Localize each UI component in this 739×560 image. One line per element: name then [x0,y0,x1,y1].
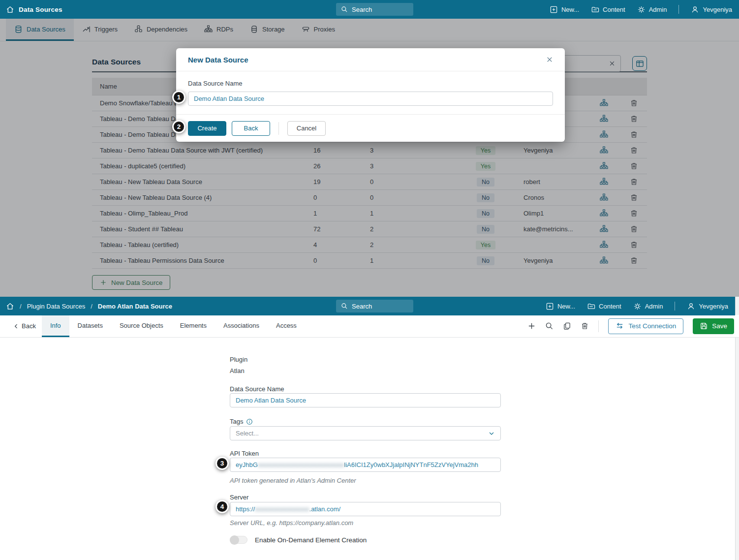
editor-tabbar: Back Info Datasets Source Objects Elemen… [0,315,739,338]
content-menu-button[interactable]: Content [587,302,621,311]
server-redacted: xxxxxxxxxxxxxxxxx [255,505,309,513]
save-label: Save [712,322,727,330]
create-button[interactable]: Create [188,121,226,136]
new-data-source-modal: New Data Source Data Source Name Create … [176,48,565,142]
on-demand-toggle-row: Enable On-Demand Element Creation [230,536,501,544]
search-icon[interactable] [545,322,554,330]
test-connection-button[interactable]: Test Connection [608,318,683,334]
bottom-navbar: / Plugin Data Sources / Demo Atlan Data … [0,297,735,315]
tab-associations[interactable]: Associations [215,315,268,337]
navbar-right: New... Content Admin Yevgeniya [546,297,728,315]
server-visible-start: https:// [236,505,255,513]
duplicate-icon[interactable] [563,322,571,330]
plugin-label: Plugin [230,356,501,363]
tags-placeholder: Select... [236,430,259,437]
tags-label-row: Tags [230,418,501,425]
toggle-knob [230,535,239,545]
data-source-editor-window: / Plugin Data Sources / Demo Atlan Data … [0,297,739,560]
user-menu-label: Yevgeniya [703,6,732,13]
search-icon [341,303,348,310]
gear-icon [633,302,642,311]
screenshot-stage: Data Sources Search New... Content Admin [0,0,739,560]
tab-label: Source Objects [120,322,163,329]
search-placeholder: Search [352,303,372,310]
new-menu-label: New... [557,303,575,310]
content-menu-label: Content [599,303,621,310]
tab-elements[interactable]: Elements [172,315,215,337]
modal-header: New Data Source [176,48,565,71]
save-icon [700,322,708,330]
breadcrumb-separator: / [20,303,22,310]
tab-label: Access [276,322,297,329]
back-button[interactable]: Back [232,121,270,136]
test-connection-label: Test Connection [628,322,676,330]
user-menu-button[interactable]: Yevgeniya [691,5,732,14]
content-menu-button[interactable]: Content [591,5,625,14]
folder-icon [587,302,595,311]
modal-footer: Create Back Cancel [176,114,565,142]
navbar-left: Data Sources [0,5,62,14]
chevron-left-icon [13,323,20,330]
breadcrumb-plugin-data-sources[interactable]: Plugin Data Sources [27,303,86,310]
breadcrumb-current: Demo Atlan Data Source [98,303,172,310]
home-icon[interactable] [6,302,14,311]
tags-select[interactable]: Select... [230,426,501,440]
home-icon[interactable] [6,5,14,14]
tab-datasets[interactable]: Datasets [69,315,111,337]
folder-icon [591,5,599,14]
server-help: Server URL, e.g. https://company.atlan.c… [230,519,501,527]
info-icon[interactable] [246,418,253,425]
search-placeholder: Search [352,6,372,13]
data-source-name-input[interactable] [188,92,553,106]
breadcrumb: / Plugin Data Sources / Demo Atlan Data … [0,302,172,311]
add-icon[interactable] [527,322,536,330]
token-redacted: xxxxxxxxxxxxxxxxxxxxxxxxxxx [258,461,344,468]
top-navbar: Data Sources Search New... Content Admin [0,0,739,19]
tab-label: Elements [180,322,207,329]
user-menu-label: Yevgeniya [699,303,728,310]
tab-access[interactable]: Access [268,315,305,337]
back-link[interactable]: Back [7,315,42,337]
annotation-step-1: 1 [172,91,185,104]
search-icon [341,6,348,13]
modal-title: New Data Source [188,56,248,64]
server-visible-end: .atlan.com/ [309,505,341,513]
user-icon [687,302,695,311]
new-menu-button[interactable]: New... [546,302,575,311]
data-source-name-input[interactable] [230,393,501,407]
server-input[interactable]: https:// xxxxxxxxxxxxxxxxx .atlan.com/ [230,502,501,516]
new-menu-button[interactable]: New... [550,5,579,14]
close-icon[interactable] [546,56,553,63]
on-demand-toggle[interactable] [230,536,247,544]
save-button[interactable]: Save [693,318,734,334]
tab-label: Info [50,322,61,329]
page-title: Data Sources [19,6,62,13]
swap-arrows-icon [616,322,624,330]
data-sources-window: Data Sources Search New... Content Admin [0,0,739,297]
content-menu-label: Content [603,6,625,13]
top-search-input[interactable]: Search [336,3,413,16]
navbar-divider [675,302,675,311]
tab-info[interactable]: Info [42,315,69,337]
delete-icon[interactable] [581,322,589,330]
plus-square-icon [546,302,554,311]
tab-source-objects[interactable]: Source Objects [111,315,172,337]
admin-menu-button[interactable]: Admin [637,5,667,14]
tags-label: Tags [230,418,243,425]
api-token-input[interactable]: eyJhbG xxxxxxxxxxxxxxxxxxxxxxxxxxx liA6I… [230,458,501,472]
server-label: Server [230,494,501,501]
bottom-search-input[interactable]: Search [336,300,413,312]
button-divider [278,122,279,135]
tab-label: Datasets [78,322,103,329]
new-menu-label: New... [561,6,579,13]
admin-menu-label: Admin [645,303,663,310]
navbar-right: New... Content Admin Yevgeniya [550,0,732,19]
cancel-button[interactable]: Cancel [287,121,326,136]
user-menu-button[interactable]: Yevgeniya [687,302,728,311]
admin-menu-label: Admin [649,6,667,13]
token-visible-end: liA6ICI1Zy0wbXJjalpINjNYTnF5ZzVYejVma2hh [344,461,478,468]
annotation-step-3: 3 [216,457,229,470]
plus-square-icon [550,5,558,14]
data-source-name-label: Data Source Name [230,385,501,393]
admin-menu-button[interactable]: Admin [633,302,663,311]
